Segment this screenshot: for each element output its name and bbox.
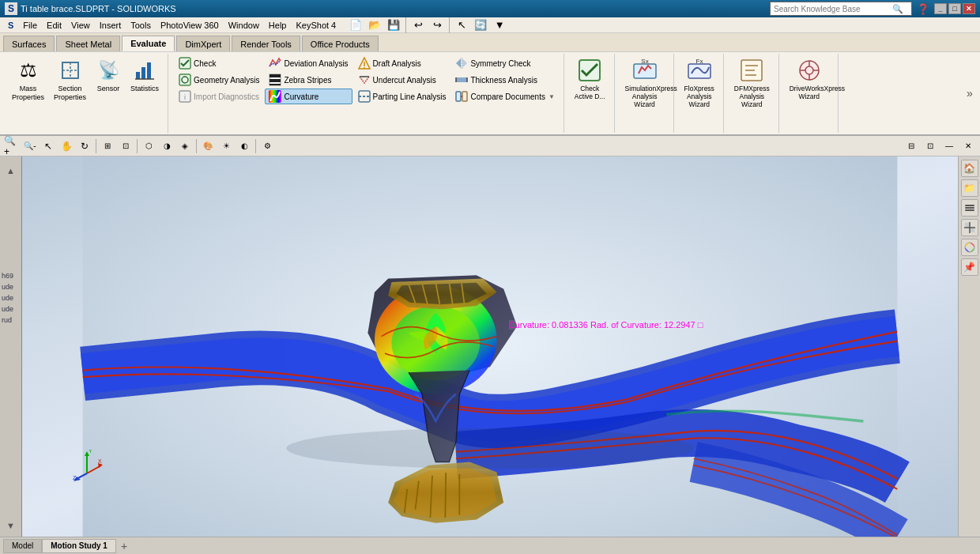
bottom-tab-motion-study[interactable]: Motion Study 1 — [42, 539, 116, 553]
menu-insert[interactable]: Insert — [95, 19, 126, 32]
close-button[interactable]: ✕ — [963, 3, 975, 14]
right-folder-button[interactable]: 📁 — [961, 179, 978, 197]
sensor-button[interactable]: 📡 Sensor — [92, 55, 125, 96]
display-mode-button[interactable]: ◈ — [176, 138, 194, 155]
menu-solidworks[interactable]: S — [3, 19, 18, 32]
view-3d-button[interactable]: ⬡ — [140, 138, 157, 155]
appearance-button[interactable]: 🎨 — [199, 138, 217, 155]
rebuild-button[interactable]: 🔄 — [472, 17, 489, 34]
search-box[interactable]: 🔍 — [770, 2, 912, 16]
check-button[interactable]: Check — [175, 55, 263, 71]
viewport[interactable]: Curvature: 0.081336 Rad. of Curvature: 1… — [22, 156, 958, 537]
menu-window[interactable]: Window — [224, 19, 264, 32]
undo-button[interactable]: ↩ — [409, 17, 427, 34]
mass-properties-button[interactable]: ⚖ MassProperties — [8, 55, 48, 104]
pan-button[interactable]: ✋ — [58, 138, 75, 155]
tab-dimxpert[interactable]: DimXpert — [176, 36, 230, 51]
analysis-col2: Deviation Analysis Zebra Stripes — [265, 55, 352, 104]
section-properties-button[interactable]: SectionProperties — [50, 55, 90, 104]
geometry-analysis-button[interactable]: Geometry Analysis — [175, 72, 263, 88]
parting-line-button[interactable]: Parting Line Analysis — [354, 89, 450, 104]
window-controls[interactable]: _ □ ✕ — [934, 3, 975, 14]
render-mode-button[interactable]: ◑ — [158, 138, 175, 155]
tab-sheetmetal[interactable]: Sheet Metal — [56, 36, 120, 51]
svg-point-19 — [364, 67, 365, 69]
right-grid-button[interactable] — [961, 219, 978, 236]
save-button[interactable]: 💾 — [385, 17, 402, 34]
symmetry-check-button[interactable]: Symmetry Check — [451, 55, 558, 71]
tab-surfaces[interactable]: Surfaces — [3, 36, 55, 51]
add-tab-button[interactable]: + — [116, 540, 132, 552]
mass-properties-label: MassProperties — [12, 85, 44, 102]
right-home-button[interactable]: 🏠 — [961, 160, 978, 177]
statistics-button[interactable]: Statistics — [126, 55, 163, 96]
menu-photoview[interactable]: PhotoView 360 — [156, 19, 224, 32]
svg-rect-70 — [965, 205, 974, 206]
mass-properties-icon: ⚖ — [16, 58, 41, 83]
group-floxpress: Fx FloXpressAnalysisWizard — [676, 54, 724, 133]
floxpress-button[interactable]: Fx FloXpressAnalysisWizard — [680, 55, 718, 111]
zebra-stripes-button[interactable]: Zebra Stripes — [265, 72, 352, 88]
check-label: Check — [194, 59, 216, 68]
pointer-button[interactable]: ↖ — [40, 138, 57, 155]
view-options-button[interactable]: ⚙ — [258, 138, 276, 155]
zoom-out-button[interactable]: 🔍- — [21, 138, 39, 155]
redo-button[interactable]: ↪ — [428, 17, 446, 34]
zoom-in-button[interactable]: 🔍+ — [3, 138, 21, 155]
menu-keyshot[interactable]: KeyShot 4 — [291, 19, 341, 32]
section-properties-icon — [58, 58, 83, 83]
fit-screen-button[interactable]: ⊞ — [99, 138, 116, 155]
curvature-button[interactable]: Curvature — [265, 89, 352, 104]
geometry-analysis-label: Geometry Analysis — [194, 76, 259, 85]
realview-button[interactable]: ◐ — [236, 138, 253, 155]
simulation-xpress-button[interactable]: Sx SimulationXpressAnalysis Wizard — [621, 55, 669, 111]
search-input[interactable] — [774, 5, 892, 13]
dock-right-button[interactable]: ⊡ — [922, 138, 939, 155]
draft-analysis-button[interactable]: Draft Analysis — [354, 55, 450, 71]
menu-edit[interactable]: Edit — [42, 19, 66, 32]
new-doc-button[interactable]: 📄 — [347, 17, 364, 34]
tab-officeproducts[interactable]: Office Products — [302, 36, 379, 51]
open-button[interactable]: 📂 — [366, 17, 383, 34]
minimize-button[interactable]: _ — [934, 3, 947, 14]
tab-evaluate[interactable]: Evaluate — [122, 36, 175, 51]
menu-tools[interactable]: Tools — [126, 19, 156, 32]
panel-collapse-bottom-button[interactable]: ▼ — [6, 521, 15, 530]
panel-collapse-top-button[interactable]: ▲ — [6, 166, 15, 175]
search-icon[interactable]: 🔍 — [892, 4, 903, 14]
right-pin-button[interactable]: 📌 — [961, 258, 978, 276]
bottom-tab-model[interactable]: Model — [3, 539, 42, 553]
select-button[interactable]: ↖ — [453, 17, 470, 34]
thickness-analysis-button[interactable]: Thickness Analysis — [451, 72, 558, 88]
zoom-area-button[interactable]: ⊡ — [117, 138, 134, 155]
deviation-analysis-button[interactable]: Deviation Analysis — [265, 55, 352, 71]
compare-documents-button[interactable]: Compare Documents ▼ — [451, 89, 558, 104]
menu-help[interactable]: Help — [264, 19, 292, 32]
svg-text:Fx: Fx — [695, 58, 703, 65]
check-active-button[interactable]: CheckActive D... — [571, 55, 609, 103]
right-palette-button[interactable] — [961, 239, 978, 256]
close-panel-button[interactable]: ✕ — [959, 138, 977, 155]
maximize-button[interactable]: □ — [948, 3, 961, 14]
svg-marker-24 — [456, 58, 461, 68]
svg-point-60 — [286, 428, 693, 469]
quick-access-toolbar: 📄 📂 💾 ↩ ↪ ↖ 🔄 ▼ — [347, 17, 508, 34]
undercut-analysis-button[interactable]: Undercut Analysis — [354, 72, 450, 88]
right-layers-button[interactable] — [961, 199, 978, 217]
svg-rect-30 — [462, 92, 467, 101]
menu-view[interactable]: View — [66, 19, 95, 32]
menu-file[interactable]: File — [18, 19, 42, 32]
more-button[interactable]: ▼ — [491, 17, 508, 34]
scene-button[interactable]: ☀ — [217, 138, 235, 155]
rotate-button[interactable]: ↻ — [76, 138, 93, 155]
dock-left-button[interactable]: ⊟ — [903, 138, 920, 155]
import-diagnostics-button[interactable]: i Import Diagnostics — [175, 89, 263, 104]
svg-rect-72 — [965, 209, 974, 211]
tab-rendertools[interactable]: Render Tools — [232, 36, 300, 51]
driveworks-button[interactable]: DriveWorksXpressWizard — [786, 55, 833, 103]
title-bar: S Ti table brace.SLDPRT - SOLIDWORKS 🔍 ❓… — [0, 0, 980, 17]
help-icon[interactable]: ❓ — [917, 3, 929, 15]
minimize-panel-button[interactable]: — — [940, 138, 958, 155]
ribbon-overflow-button[interactable]: » — [963, 85, 977, 102]
dfmxpress-button[interactable]: DFMXpressAnalysisWizard — [730, 55, 774, 111]
